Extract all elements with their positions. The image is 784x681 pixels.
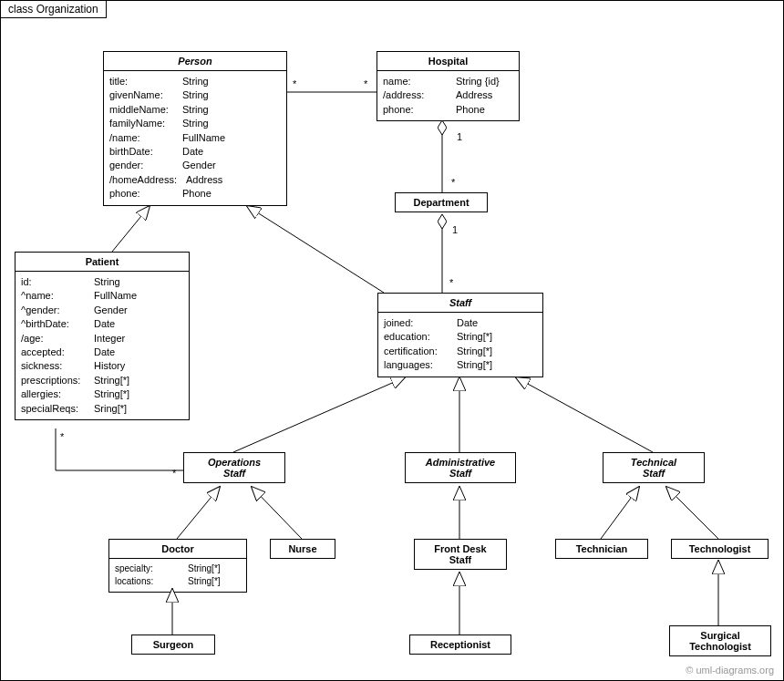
class-technician-name: Technician (556, 540, 647, 558)
mult-patient-ops-left: * (60, 431, 64, 442)
class-hospital: Hospital name:String {id}/address:Addres… (377, 51, 520, 121)
class-nurse-name: Nurse (271, 540, 335, 558)
svg-line-3 (112, 206, 150, 252)
class-staff: Staff joined:Dateeducation:String[*]cert… (377, 293, 543, 377)
mult-patient-ops-right: * (172, 468, 176, 479)
class-surgeon-name: Surgeon (132, 635, 214, 654)
class-patient: Patient id:String^name:FullName^gender:G… (15, 252, 190, 420)
copyright: © uml-diagrams.org (686, 665, 774, 676)
class-nurse: Nurse (270, 539, 335, 559)
class-frontdesk: Front DeskStaff (414, 539, 507, 570)
class-receptionist-name: Receptionist (410, 635, 511, 654)
class-frontdesk-name: Front DeskStaff (415, 540, 506, 569)
class-staff-name: Staff (378, 294, 542, 313)
class-technologist: Technologist (671, 539, 769, 559)
svg-line-7 (516, 377, 653, 452)
svg-line-11 (601, 487, 639, 539)
class-technologist-name: Technologist (672, 540, 768, 558)
class-doctor-name: Doctor (109, 540, 246, 559)
class-person-name: Person (104, 52, 286, 71)
class-person: Person title:StringgivenName:Stringmiddl… (103, 51, 287, 206)
class-doctor: Doctor specialty:String[*]locations:Stri… (108, 539, 247, 593)
class-department: Department (395, 192, 488, 212)
svg-line-4 (247, 206, 384, 293)
svg-line-8 (177, 487, 220, 539)
class-ops-staff: OperationsStaff (183, 452, 285, 483)
class-tech-name: TechnicalStaff (603, 453, 704, 482)
mult-person-hospital-left: * (293, 78, 296, 89)
class-receptionist: Receptionist (409, 635, 511, 655)
class-technician: Technician (555, 539, 648, 559)
svg-line-5 (233, 377, 405, 452)
mult-person-hospital-right: * (364, 78, 367, 89)
class-patient-name: Patient (15, 253, 189, 272)
class-hospital-name: Hospital (377, 52, 519, 71)
class-tech-staff: TechnicalStaff (603, 452, 705, 483)
mult-dept-staff-star: * (449, 277, 453, 288)
class-admin-staff: AdministrativeStaff (405, 452, 516, 483)
class-department-name: Department (396, 193, 487, 212)
mult-dept-staff-1: 1 (452, 224, 458, 235)
class-surgtech-name: SurgicalTechnologist (670, 626, 770, 655)
frame-title: class Organization (0, 0, 107, 18)
svg-line-12 (666, 487, 718, 539)
mult-hospital-dept-1: 1 (457, 131, 462, 142)
mult-hospital-dept-star: * (451, 177, 455, 188)
class-admin-name: AdministrativeStaff (406, 453, 515, 482)
class-ops-name: OperationsStaff (184, 453, 284, 482)
svg-line-9 (252, 487, 302, 539)
class-surgeon: Surgeon (131, 635, 215, 655)
class-surgtech: SurgicalTechnologist (669, 625, 771, 656)
